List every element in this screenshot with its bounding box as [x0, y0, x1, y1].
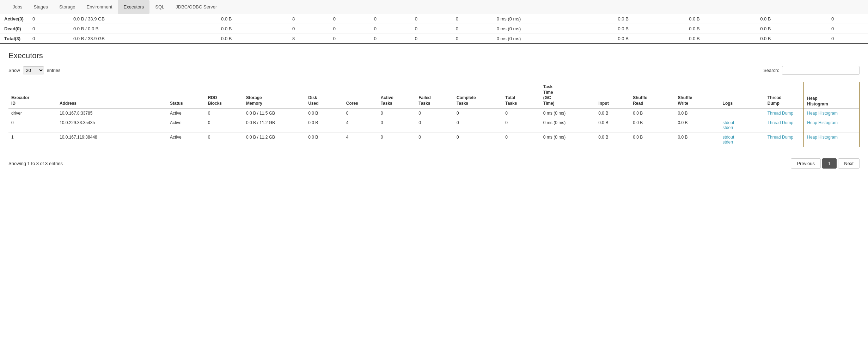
stdout-link[interactable]: stdout	[723, 120, 734, 125]
entries-label: entries	[47, 68, 61, 73]
cell-storage-memory: 0.0 B / 11.5 GB	[243, 109, 305, 118]
cell-heap-histogram-link[interactable]: Heap Histogram	[807, 120, 838, 125]
cell-active-tasks: 0	[378, 133, 416, 147]
nav-executors[interactable]: Executors	[118, 0, 149, 14]
cell-thread-dump-link[interactable]: Thread Dump	[768, 135, 793, 140]
cell-thread-dump: Thread Dump	[765, 118, 804, 133]
summary-section: Active(3)00.0 B / 33.9 GB0.0 B800000 ms …	[0, 14, 868, 44]
search-box: Search:	[763, 66, 860, 75]
next-button[interactable]: Next	[838, 158, 860, 169]
search-input[interactable]	[782, 66, 860, 75]
th-logs: Logs	[720, 82, 765, 109]
showing-text: Showing 1 to 3 of 3 entries	[8, 161, 63, 166]
summary-cell: 0 ms (0 ms)	[493, 24, 614, 34]
summary-row: Active(3)00.0 B / 33.9 GB0.0 B800000 ms …	[0, 14, 868, 24]
cell-thread-dump: Thread Dump	[765, 133, 804, 147]
nav-environment[interactable]: Environment	[81, 0, 118, 14]
summary-cell: 0.0 B	[217, 24, 288, 34]
cell-status: Active	[167, 118, 205, 133]
cell-logs: stdoutstderr	[720, 133, 765, 147]
cell-shuffle-read: 0.0 B	[630, 109, 675, 118]
cell-disk-used: 0.0 B	[305, 133, 343, 147]
cell-heap-histogram: Heap Histogram	[804, 109, 859, 118]
th-active-tasks: ActiveTasks	[378, 82, 416, 109]
nav-storage[interactable]: Storage	[54, 0, 81, 14]
cell-failed-tasks: 0	[416, 118, 454, 133]
cell-task-time: 0 ms (0 ms)	[540, 133, 596, 147]
summary-cell: 0.0 B	[756, 24, 827, 34]
table-row: 110.0.167.119:38448Active00.0 B / 11.2 G…	[8, 133, 859, 147]
cell-shuffle-write: 0.0 B	[675, 133, 720, 147]
th-heap-histogram: HeapHistogram	[804, 82, 859, 109]
cell-thread-dump-link[interactable]: Thread Dump	[768, 120, 793, 125]
cell-logs	[720, 109, 765, 118]
summary-cell: 0.0 B	[756, 34, 827, 44]
page-1-button[interactable]: 1	[822, 158, 837, 169]
summary-cell: 8	[288, 34, 329, 44]
cell-shuffle-read: 0.0 B	[630, 118, 675, 133]
entries-select[interactable]: 20 50 100	[23, 66, 44, 74]
th-total-tasks: TotalTasks	[502, 82, 540, 109]
summary-cell: 0.0 B / 33.9 GB	[69, 14, 217, 24]
th-shuffle-read: ShuffleRead	[630, 82, 675, 109]
nav-stages[interactable]: Stages	[28, 0, 53, 14]
th-input: Input	[595, 82, 630, 109]
summary-cell: 0.0 B / 0.0 B	[69, 24, 217, 34]
cell-active-tasks: 0	[378, 109, 416, 118]
summary-cell: 0	[452, 14, 493, 24]
cell-heap-histogram-link[interactable]: Heap Histogram	[807, 135, 838, 140]
summary-cell: 0.0 B	[685, 24, 756, 34]
stderr-link[interactable]: stderr	[723, 140, 734, 145]
stderr-link[interactable]: stderr	[723, 125, 734, 130]
summary-cell: Total(3)	[0, 34, 28, 44]
cell-complete-tasks: 0	[454, 118, 502, 133]
cell-failed-tasks: 0	[416, 133, 454, 147]
cell-address: 10.0.229.33:35435	[57, 118, 167, 133]
summary-row: Dead(0)00.0 B / 0.0 B0.0 B000000 ms (0 m…	[0, 24, 868, 34]
nav-sql[interactable]: SQL	[149, 0, 170, 14]
th-rdd-blocks: RDDBlocks	[205, 82, 243, 109]
cell-rdd-blocks: 0	[205, 109, 243, 118]
cell-shuffle-write: 0.0 B	[675, 109, 720, 118]
cell-disk-used: 0.0 B	[305, 118, 343, 133]
previous-button[interactable]: Previous	[791, 158, 821, 169]
summary-cell: 0	[452, 24, 493, 34]
summary-cell: 0	[28, 24, 69, 34]
cell-complete-tasks: 0	[454, 133, 502, 147]
summary-cell: 0	[288, 24, 329, 34]
summary-cell: 0	[370, 14, 411, 24]
cell-total-tasks: 0	[502, 133, 540, 147]
summary-cell: 0	[329, 14, 370, 24]
summary-cell: 0.0 B	[217, 14, 288, 24]
summary-cell: 0	[827, 24, 868, 34]
cell-heap-histogram: Heap Histogram	[804, 133, 859, 147]
th-cores: Cores	[343, 82, 378, 109]
nav-bar: Jobs Stages Storage Environment Executor…	[0, 0, 868, 14]
cell-heap-histogram-link[interactable]: Heap Histogram	[807, 111, 838, 116]
nav-jobs[interactable]: Jobs	[7, 0, 28, 14]
summary-cell: 0.0 B / 33.9 GB	[69, 34, 217, 44]
controls-row: Show 20 50 100 entries Search:	[8, 66, 860, 75]
summary-cell: 0	[329, 24, 370, 34]
cell-thread-dump-link[interactable]: Thread Dump	[768, 111, 793, 116]
cell-thread-dump: Thread Dump	[765, 109, 804, 118]
th-task-time: TaskTime(GCTime)	[540, 82, 596, 109]
summary-cell: 0	[370, 34, 411, 44]
stdout-link[interactable]: stdout	[723, 135, 734, 140]
search-label: Search:	[763, 68, 779, 73]
th-shuffle-write: ShuffleWrite	[675, 82, 720, 109]
cell-rdd-blocks: 0	[205, 133, 243, 147]
th-disk-used: DiskUsed	[305, 82, 343, 109]
cell-cores: 4	[343, 133, 378, 147]
cell-input: 0.0 B	[595, 118, 630, 133]
nav-jdbc[interactable]: JDBC/ODBC Server	[170, 0, 222, 14]
cell-active-tasks: 0	[378, 118, 416, 133]
cell-shuffle-read: 0.0 B	[630, 133, 675, 147]
table-footer: Showing 1 to 3 of 3 entries Previous 1 N…	[0, 154, 868, 173]
th-failed-tasks: FailedTasks	[416, 82, 454, 109]
summary-cell: 0	[411, 24, 452, 34]
summary-cell: 0 ms (0 ms)	[493, 14, 614, 24]
summary-cell: 0	[28, 14, 69, 24]
summary-cell: 0.0 B	[756, 14, 827, 24]
cell-disk-used: 0.0 B	[305, 109, 343, 118]
